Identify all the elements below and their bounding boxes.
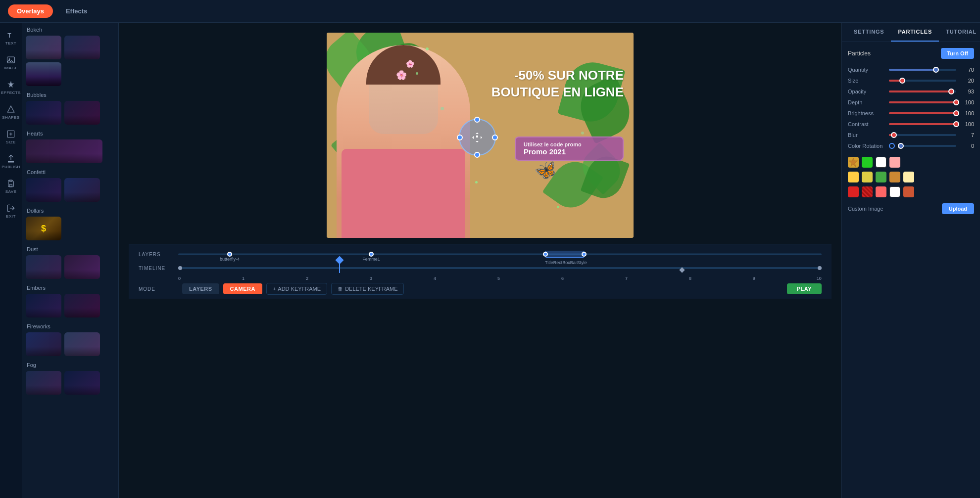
slider-track-contrast[interactable] — [889, 123, 956, 125]
overlay-thumb[interactable] — [26, 101, 61, 125]
slider-quantity: Quantity 70 — [848, 67, 974, 73]
category-dust: Dust — [26, 246, 114, 279]
color-swatch-red1[interactable] — [848, 186, 859, 197]
color-swatch-coral[interactable] — [903, 186, 914, 197]
sidebar-item-image[interactable]: IMAGE — [0, 51, 22, 74]
slider-track-depth[interactable] — [889, 101, 956, 103]
slider-value-brightness: 100 — [960, 110, 974, 116]
particle — [426, 47, 429, 50]
layers-mode-button[interactable]: LAYERS — [182, 283, 219, 294]
color-swatches-row3 — [848, 186, 974, 197]
sidebar-item-text[interactable]: T TEXT — [0, 27, 22, 49]
overlay-thumb[interactable] — [26, 255, 61, 279]
timeline-numbers: 012345678910 — [139, 276, 822, 281]
color-swatch-white1[interactable] — [876, 157, 886, 168]
color-swatch-red2[interactable] — [862, 186, 873, 197]
overlay-thumb[interactable] — [64, 294, 100, 317]
category-embers: Embers — [26, 285, 114, 317]
tab-tutorial[interactable]: TUTORIAL — [939, 23, 980, 42]
effects-button[interactable]: Effects — [57, 4, 96, 18]
slider-color-rotation: Color Rotation 0 — [848, 143, 974, 149]
color-swatch-orange[interactable] — [889, 172, 900, 182]
color-swatch-red3[interactable] — [876, 186, 886, 197]
category-fireworks: Fireworks — [26, 323, 114, 356]
color-swatch-pink[interactable] — [889, 157, 900, 168]
color-swatch-green2[interactable] — [876, 172, 886, 182]
color-swatch-star[interactable] — [848, 157, 859, 168]
slider-track-brightness[interactable] — [889, 112, 956, 114]
slider-value-quantity: 70 — [960, 67, 974, 73]
drag-handle[interactable] — [459, 119, 496, 156]
sidebar-item-publish[interactable]: PUBLISH — [0, 150, 22, 173]
slider-label-size: Size — [848, 78, 885, 84]
overlay-thumb[interactable] — [26, 371, 61, 395]
slider-label-contrast: Contrast — [848, 121, 885, 127]
slider-track-opacity[interactable] — [889, 91, 956, 92]
slider-track-blur[interactable] — [889, 134, 956, 136]
main-layout: T TEXT IMAGE EFFECTS SHAPES SIZE — [0, 23, 980, 498]
custom-image-label: Custom Image — [848, 206, 883, 212]
slider-brightness: Brightness 100 — [848, 110, 974, 116]
category-bubbles: Bubbles — [26, 92, 114, 125]
sidebar-item-exit[interactable]: EXIT — [0, 200, 22, 223]
sidebar-item-effects[interactable]: EFFECTS — [0, 76, 22, 99]
slider-size: Size 20 — [848, 78, 974, 84]
overlay-thumb[interactable] — [64, 332, 100, 356]
color-swatch-green1[interactable] — [862, 157, 873, 168]
overlay-thumb[interactable] — [26, 332, 61, 356]
svg-rect-1 — [7, 57, 15, 63]
overlay-thumb[interactable] — [64, 371, 100, 395]
particle — [581, 132, 584, 135]
overlay-thumb[interactable] — [26, 36, 61, 59]
slider-label-blur: Blur — [848, 132, 885, 138]
overlay-thumb[interactable] — [26, 62, 61, 86]
sidebar-item-size[interactable]: SIZE — [0, 126, 22, 148]
sidebar-item-save[interactable]: SAVE — [0, 175, 22, 198]
ad-text: -50% SUR NOTRE BOUTIQUE EN LIGNE — [491, 67, 624, 101]
category-confetti: Confetti — [26, 169, 114, 202]
layers-row: LAYERS butterfly-4 Femme1 — [139, 248, 822, 260]
canvas-wrapper: 🌸 🌸 🦋 -50% SUR NOTRE BOUTIQUE EN LIGNE U… — [327, 33, 634, 238]
slider-track-color-rotation[interactable] — [901, 145, 956, 147]
turn-off-button[interactable]: Turn Off — [941, 48, 974, 59]
upload-button[interactable]: Upload — [942, 203, 974, 214]
slider-contrast: Contrast 100 — [848, 121, 974, 127]
overlay-thumb[interactable] — [64, 255, 100, 279]
category-label-bokeh: Bokeh — [26, 27, 114, 33]
slider-depth: Depth 100 — [848, 99, 974, 105]
slider-label-quantity: Quantity — [848, 67, 885, 73]
right-panel: SETTINGS PARTICLES TUTORIAL Particles Tu… — [841, 23, 980, 498]
overlay-thumb[interactable] — [26, 178, 61, 202]
person-silhouette: 🌸 🌸 — [337, 45, 470, 238]
category-hearts: Hearts — [26, 131, 114, 163]
color-swatch-yellow2[interactable] — [862, 172, 873, 182]
color-swatch-white2[interactable] — [889, 186, 900, 197]
color-swatch-yellow[interactable] — [848, 172, 859, 182]
play-button[interactable]: PLAY — [787, 283, 822, 294]
tab-particles[interactable]: PARTICLES — [891, 23, 939, 42]
handle-dot-right — [492, 135, 498, 140]
color-swatch-lightyellow[interactable] — [903, 172, 914, 182]
overlay-thumb[interactable] — [26, 139, 102, 163]
timeline-track — [178, 263, 822, 273]
color-rotation-indicator — [889, 143, 895, 149]
add-keyframe-button[interactable]: + ADD KEYFRAME — [266, 283, 327, 295]
overlay-thumb[interactable]: $ — [26, 217, 61, 240]
camera-mode-button[interactable]: CAMERA — [223, 283, 262, 294]
slider-track-size[interactable] — [889, 80, 956, 82]
slider-track-quantity[interactable] — [889, 69, 956, 71]
tab-settings[interactable]: SETTINGS — [847, 23, 891, 42]
color-section — [848, 157, 974, 197]
layers-track: butterfly-4 Femme1 TitleRectBoxBarStyle — [178, 249, 822, 259]
overlay-list: Bokeh Bubbles Hea — [22, 23, 118, 498]
delete-keyframe-button[interactable]: 🗑 DELETE KEYFRAME — [331, 283, 404, 295]
overlay-thumb[interactable] — [26, 294, 61, 317]
sidebar-item-shapes[interactable]: SHAPES — [0, 101, 22, 124]
slider-blur: Blur 7 — [848, 132, 974, 138]
particles-label: Particles — [848, 50, 871, 57]
overlay-thumb[interactable] — [64, 178, 100, 202]
overlay-thumb[interactable] — [64, 101, 100, 125]
overlay-thumb[interactable] — [64, 36, 100, 59]
overlays-button[interactable]: Overlays — [8, 4, 53, 18]
color-swatches-row2 — [848, 172, 974, 182]
